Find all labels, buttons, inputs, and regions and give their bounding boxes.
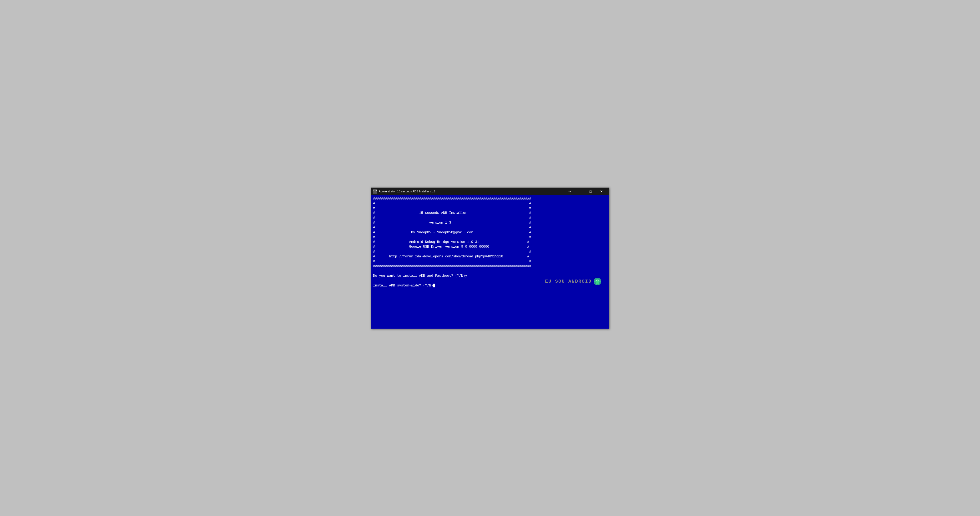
svg-rect-9	[596, 283, 597, 284]
svg-rect-8	[599, 281, 601, 282]
svg-point-4	[598, 280, 599, 281]
cursor	[433, 284, 435, 287]
app-icon: C:\	[373, 189, 377, 194]
resize-icon: ↔	[568, 189, 571, 194]
android-icon	[593, 277, 602, 286]
watermark: EU SOU ANDROID	[545, 277, 602, 286]
maximize-button[interactable]: □	[585, 188, 596, 195]
svg-rect-10	[598, 283, 599, 284]
window-controls: — □ ✕	[574, 188, 607, 195]
console-output: ########################################…	[371, 195, 609, 329]
svg-rect-7	[594, 281, 595, 282]
title-bar: C:\ Administrator: 15 seconds ADB Instal…	[371, 187, 609, 195]
svg-rect-2	[596, 281, 599, 284]
console-text: ########################################…	[373, 196, 607, 288]
close-button[interactable]: ✕	[596, 188, 607, 195]
window-title: Administrator: 15 seconds ADB Installer …	[379, 190, 567, 193]
watermark-text: EU SOU ANDROID	[545, 278, 592, 285]
minimize-button[interactable]: —	[574, 188, 585, 195]
svg-point-3	[596, 280, 597, 281]
window: C:\ Administrator: 15 seconds ADB Instal…	[371, 187, 609, 329]
